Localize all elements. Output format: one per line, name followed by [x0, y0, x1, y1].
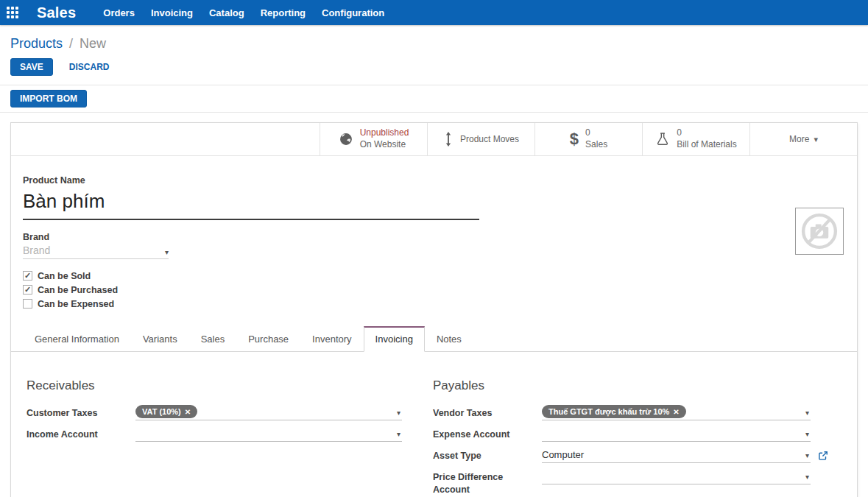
checkbox-check-icon[interactable]: ✓	[23, 271, 32, 281]
invoicing-tab-content: Receivables Customer Taxes VAT (10%) ✕ ▾…	[11, 352, 857, 497]
bom-stat-button[interactable]: 0 Bill of Materials	[642, 123, 749, 155]
can-be-purchased-checkbox[interactable]: ✓ Can be Purchased	[23, 283, 845, 297]
asset-type-value: Computer	[542, 449, 584, 460]
vendor-taxes-label: Vendor Taxes	[433, 405, 542, 420]
asset-type-row: Asset Type Computer ▾	[433, 448, 811, 464]
receivables-group: Receivables Customer Taxes VAT (10%) ✕ ▾…	[27, 378, 402, 497]
sales-label: Sales	[585, 139, 607, 151]
product-image-placeholder[interactable]	[795, 208, 844, 255]
customer-tax-tag-label: VAT (10%)	[142, 406, 181, 417]
price-difference-account-row: Price Difference Account ▾	[433, 469, 811, 496]
bom-value: 0	[677, 127, 736, 139]
menu-orders[interactable]: Orders	[95, 0, 143, 25]
income-account-label: Income Account	[27, 426, 135, 441]
apps-grid-icon	[7, 7, 18, 18]
remove-tag-icon[interactable]: ✕	[185, 407, 191, 417]
tab-general-information[interactable]: General Information	[23, 326, 131, 352]
receivables-title: Receivables	[27, 378, 402, 393]
apps-menu-button[interactable]	[0, 0, 25, 25]
brand-label: Brand	[23, 232, 845, 242]
price-difference-account-label: Price Difference Account	[433, 469, 542, 496]
secondary-action-bar: IMPORT BOM	[0, 85, 868, 113]
can-be-sold-label: Can be Sold	[38, 271, 91, 281]
customer-taxes-field[interactable]: VAT (10%) ✕ ▾	[135, 405, 402, 420]
dollar-icon: $	[570, 131, 579, 147]
bom-label: Bill of Materials	[677, 139, 736, 151]
payables-title: Payables	[433, 378, 811, 393]
asset-type-label: Asset Type	[433, 448, 542, 462]
website-stat-button[interactable]: Unpublished On Website	[320, 123, 427, 155]
website-status: Unpublished	[360, 127, 409, 139]
income-account-field[interactable]: ▾	[135, 426, 402, 442]
breadcrumb-current: New	[80, 36, 106, 51]
can-be-purchased-label: Can be Purchased	[38, 285, 118, 295]
external-link-icon[interactable]	[818, 451, 828, 461]
vendor-tax-tag: Thuế GTGT được khấu trừ 10% ✕	[542, 405, 686, 418]
tab-sales[interactable]: Sales	[189, 326, 237, 352]
menu-catalog[interactable]: Catalog	[201, 0, 253, 25]
brand-block: Brand Brand ▾	[23, 232, 845, 259]
stat-button-bar: Unpublished On Website Product Moves $ 0…	[11, 123, 857, 156]
tab-inventory[interactable]: Inventory	[300, 326, 363, 352]
main-menu: Orders Invoicing Catalog Reporting Confi…	[95, 0, 392, 25]
chevron-down-icon: ▾	[397, 409, 401, 417]
income-account-row: Income Account ▾	[27, 426, 402, 443]
import-bom-button[interactable]: IMPORT BOM	[10, 90, 87, 107]
tab-variants[interactable]: Variants	[131, 326, 189, 352]
chevron-down-icon: ▾	[814, 135, 818, 144]
chevron-down-icon: ▾	[805, 409, 809, 417]
sales-stat-button[interactable]: $ 0 Sales	[534, 123, 642, 155]
more-label: More	[789, 134, 809, 144]
checkbox-check-icon[interactable]: ✓	[23, 285, 32, 295]
arrows-up-down-icon	[443, 131, 454, 147]
checkbox-check-icon[interactable]	[23, 299, 32, 309]
form-sheet: Unpublished On Website Product Moves $ 0…	[10, 122, 858, 497]
no-camera-icon	[798, 211, 841, 252]
breadcrumb: Products / New	[10, 35, 858, 52]
product-name-input[interactable]: Bàn phím	[23, 186, 479, 220]
remove-tag-icon[interactable]: ✕	[673, 407, 679, 417]
product-moves-stat-button[interactable]: Product Moves	[427, 123, 534, 155]
can-be-expensed-label: Can be Expensed	[38, 299, 114, 309]
chevron-down-icon: ▾	[805, 431, 809, 438]
product-name-label: Product Name	[23, 175, 845, 186]
top-navbar: Sales Orders Invoicing Catalog Reporting…	[0, 0, 868, 25]
product-moves-label: Product Moves	[460, 134, 519, 144]
website-label: On Website	[360, 139, 409, 151]
tab-invoicing[interactable]: Invoicing	[364, 326, 425, 352]
breadcrumb-products-link[interactable]: Products	[10, 36, 63, 51]
tab-notes[interactable]: Notes	[425, 326, 473, 352]
notebook-tabs: General Information Variants Sales Purch…	[11, 325, 857, 352]
flask-icon	[655, 131, 670, 147]
payables-group: Payables Vendor Taxes Thuế GTGT được khấ…	[433, 378, 811, 497]
brand-placeholder: Brand	[23, 244, 50, 256]
globe-icon	[339, 132, 353, 147]
brand-select[interactable]: Brand ▾	[23, 244, 169, 259]
can-be-expensed-checkbox[interactable]: Can be Expensed	[23, 297, 845, 311]
chevron-down-icon: ▾	[805, 452, 809, 459]
vendor-taxes-field[interactable]: Thuế GTGT được khấu trừ 10% ✕ ▾	[542, 405, 811, 420]
chevron-down-icon: ▾	[805, 473, 809, 481]
expense-account-row: Expense Account ▾	[433, 426, 811, 443]
form-action-buttons: SAVE DISCARD	[10, 58, 858, 76]
discard-button[interactable]: DISCARD	[69, 62, 110, 72]
menu-reporting[interactable]: Reporting	[253, 0, 314, 25]
expense-account-field[interactable]: ▾	[542, 426, 811, 442]
menu-configuration[interactable]: Configuration	[314, 0, 392, 25]
can-be-sold-checkbox[interactable]: ✓ Can be Sold	[23, 269, 845, 283]
more-stat-button[interactable]: More ▾	[749, 123, 857, 155]
breadcrumb-separator: /	[69, 36, 73, 51]
asset-type-field[interactable]: Computer ▾	[542, 448, 811, 463]
menu-invoicing[interactable]: Invoicing	[143, 0, 201, 25]
customer-tax-tag: VAT (10%) ✕	[135, 405, 197, 418]
sales-value: 0	[585, 127, 607, 139]
chevron-down-icon: ▾	[165, 249, 169, 256]
capability-checkboxes: ✓ Can be Sold ✓ Can be Purchased Can be …	[23, 269, 845, 311]
save-button[interactable]: SAVE	[10, 58, 53, 76]
price-difference-account-field[interactable]: ▾	[542, 469, 811, 484]
vendor-tax-tag-label: Thuế GTGT được khấu trừ 10%	[548, 406, 669, 417]
app-title[interactable]: Sales	[37, 4, 76, 21]
tab-purchase[interactable]: Purchase	[236, 326, 300, 352]
expense-account-label: Expense Account	[433, 426, 542, 441]
chevron-down-icon: ▾	[397, 431, 401, 438]
